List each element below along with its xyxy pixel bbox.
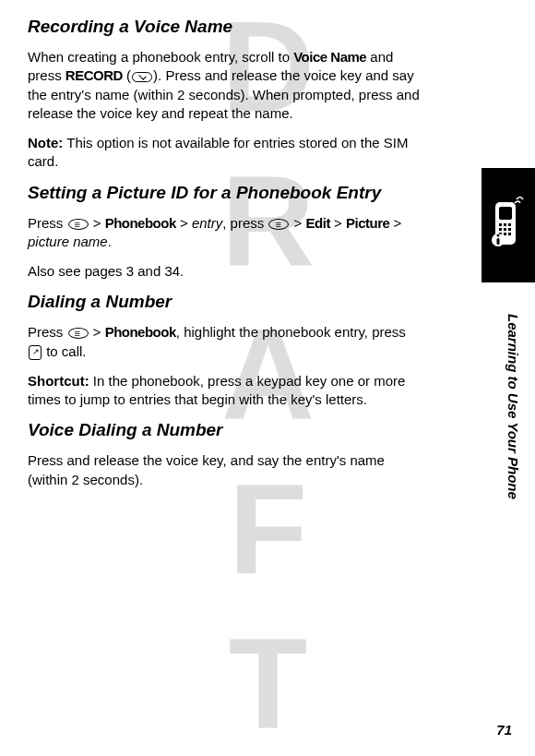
para-voice-dialing: Press and release the voice key, and say…	[28, 451, 424, 489]
label-phonebook: Phonebook	[105, 215, 176, 231]
text: Press	[28, 215, 67, 231]
svg-rect-10	[508, 233, 511, 235]
para-dialing-shortcut: Shortcut: In the phonebook, press a keyp…	[28, 372, 424, 410]
text: >	[89, 215, 105, 231]
softkey-icon	[132, 72, 152, 82]
text: >	[389, 215, 401, 231]
send-key-icon	[29, 345, 42, 360]
menu-key-icon	[68, 219, 89, 230]
text: , highlight the phonebook entry, press	[176, 324, 406, 340]
note-text: This option is not available for entries…	[28, 135, 408, 169]
label-phonebook: Phonebook	[105, 324, 176, 340]
heading-voice-dialing: Voice Dialing a Number	[28, 420, 424, 440]
shortcut-label: Shortcut:	[28, 373, 89, 389]
text: >	[176, 215, 192, 231]
var-picture-name: picture name	[28, 234, 108, 249]
svg-rect-3	[504, 223, 506, 226]
text: >	[330, 215, 346, 231]
para-picture-instructions: Press > Phonebook > entry, press > Edit …	[28, 214, 424, 252]
phone-info-icon	[491, 196, 526, 255]
para-recording-instructions: When creating a phonebook entry, scroll …	[28, 48, 424, 123]
label-voice-name: Voice Name	[293, 49, 366, 65]
svg-rect-4	[508, 223, 511, 226]
heading-recording-voice-name: Recording a Voice Name	[28, 17, 424, 37]
svg-rect-6	[504, 228, 506, 231]
para-see-also: Also see pages 3 and 34.	[28, 262, 424, 281]
text: >	[89, 324, 105, 340]
svg-point-12	[497, 234, 500, 237]
label-picture: Picture	[346, 215, 389, 231]
text: When creating a phonebook entry, scroll …	[28, 49, 293, 65]
text: Press	[28, 324, 67, 340]
svg-rect-2	[499, 223, 502, 226]
svg-rect-5	[499, 228, 502, 231]
menu-key-icon	[68, 328, 89, 339]
text: >	[290, 215, 305, 231]
svg-rect-9	[504, 233, 506, 235]
svg-rect-13	[497, 238, 500, 245]
page-number: 71	[496, 722, 512, 738]
para-dialing-instructions: Press > Phonebook, highlight the phonebo…	[28, 323, 424, 361]
sidebar-section-title: Learning to Use Your Phone	[505, 314, 521, 499]
text: .	[108, 234, 112, 249]
label-edit: Edit	[306, 215, 330, 231]
svg-rect-1	[499, 207, 512, 220]
text: to call.	[42, 343, 87, 359]
text: (	[123, 67, 131, 83]
text: , press	[222, 215, 268, 231]
heading-picture-id: Setting a Picture ID for a Phonebook Ent…	[28, 183, 424, 203]
main-content: Recording a Voice Name When creating a p…	[0, 0, 480, 510]
menu-key-icon	[268, 219, 289, 230]
note-label: Note:	[28, 135, 63, 150]
label-record: RECORD	[65, 67, 123, 83]
para-recording-note: Note: This option is not available for e…	[28, 134, 424, 172]
var-entry: entry	[192, 215, 222, 231]
heading-dialing-number: Dialing a Number	[28, 292, 424, 312]
svg-rect-7	[508, 228, 511, 231]
